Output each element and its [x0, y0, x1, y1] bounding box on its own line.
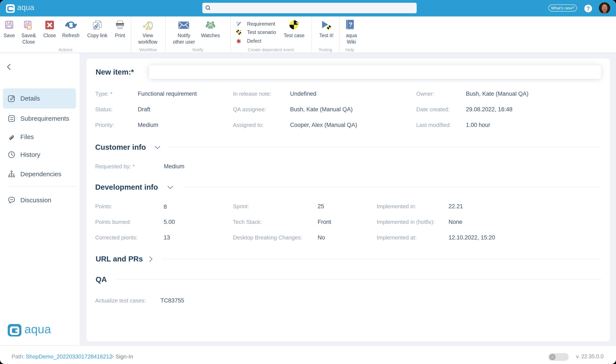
svg-text:?: ? [349, 21, 353, 28]
